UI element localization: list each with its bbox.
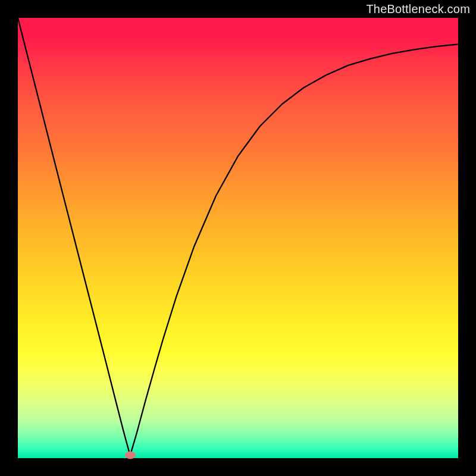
watermark-text: TheBottleneck.com (366, 2, 470, 16)
chart-plot-area (18, 18, 458, 458)
bottleneck-curve (18, 18, 458, 458)
chart-frame: TheBottleneck.com (0, 0, 476, 476)
optimal-point-marker (125, 451, 136, 459)
